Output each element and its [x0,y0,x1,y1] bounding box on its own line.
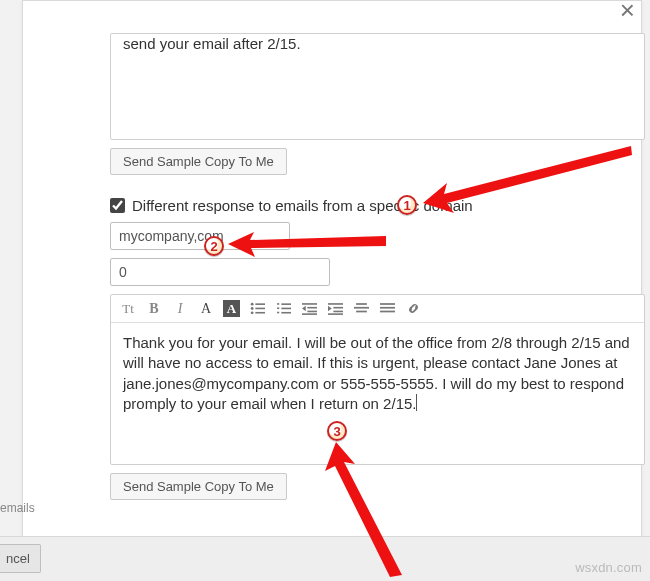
svg-marker-30 [228,232,386,257]
arrow-3 [332,442,407,577]
svg-rect-12 [302,303,317,305]
emails-label: emails [0,501,35,515]
justify-icon[interactable] [378,301,396,316]
svg-marker-29 [423,146,632,213]
svg-rect-22 [356,303,367,305]
svg-rect-24 [356,311,367,313]
callout-3: 3 [327,421,347,441]
svg-rect-3 [255,308,265,310]
top-editor-text: send your email after 2/15. [111,34,644,124]
svg-rect-10 [277,307,279,309]
font-color-icon[interactable]: A [197,301,215,317]
callout-1: 1 [397,195,417,215]
send-sample-button-top[interactable]: Send Sample Copy To Me [110,148,287,175]
svg-marker-20 [328,306,332,311]
svg-rect-18 [333,307,343,309]
align-center-icon[interactable] [352,301,370,316]
svg-rect-14 [307,311,317,313]
svg-rect-13 [307,307,317,309]
link-icon[interactable] [404,301,422,316]
svg-rect-6 [281,303,291,305]
callout-2: 2 [204,236,224,256]
svg-rect-27 [380,307,395,309]
highlight-icon[interactable]: A [223,300,240,317]
editor-toolbar: Tt B I A A [111,295,644,323]
arrow-1 [423,143,633,208]
svg-rect-26 [380,303,395,305]
svg-rect-11 [277,312,279,314]
large-editor-body[interactable]: Thank you for your email. I will be out … [111,323,644,424]
text-size-icon[interactable]: Tt [119,301,137,317]
svg-rect-1 [255,303,265,305]
svg-rect-16 [302,313,317,315]
cancel-button[interactable]: ncel [0,544,41,573]
svg-rect-23 [354,307,369,309]
svg-marker-31 [325,442,402,577]
send-sample-button-bottom[interactable]: Send Sample Copy To Me [110,473,287,500]
svg-rect-28 [380,311,395,313]
italic-icon[interactable]: I [171,301,189,317]
svg-rect-19 [333,311,343,313]
footer-strip [0,536,650,581]
number-input[interactable] [110,258,330,286]
svg-rect-5 [255,312,265,314]
svg-marker-15 [302,306,306,311]
svg-point-2 [250,307,253,310]
number-list-icon[interactable] [274,301,292,316]
svg-rect-17 [328,303,343,305]
cursor-caret [416,394,417,411]
arrow-2 [228,230,388,260]
svg-rect-9 [277,303,279,305]
indent-icon[interactable] [326,301,344,316]
outdent-icon[interactable] [300,301,318,316]
domain-response-checkbox[interactable] [110,198,125,213]
svg-rect-7 [281,308,291,310]
watermark: wsxdn.com [575,560,642,575]
bullet-list-icon[interactable] [248,301,266,316]
large-editor[interactable]: Tt B I A A Thank you for your email. I w… [110,294,645,465]
large-editor-text: Thank you for your email. I will be out … [123,334,630,412]
svg-rect-21 [328,313,343,315]
svg-point-0 [250,303,253,306]
svg-rect-8 [281,312,291,314]
svg-point-4 [250,311,253,314]
bold-icon[interactable]: B [145,301,163,317]
top-editor[interactable]: send your email after 2/15. [110,33,645,140]
domain-response-label: Different response to emails from a spec… [132,197,473,214]
